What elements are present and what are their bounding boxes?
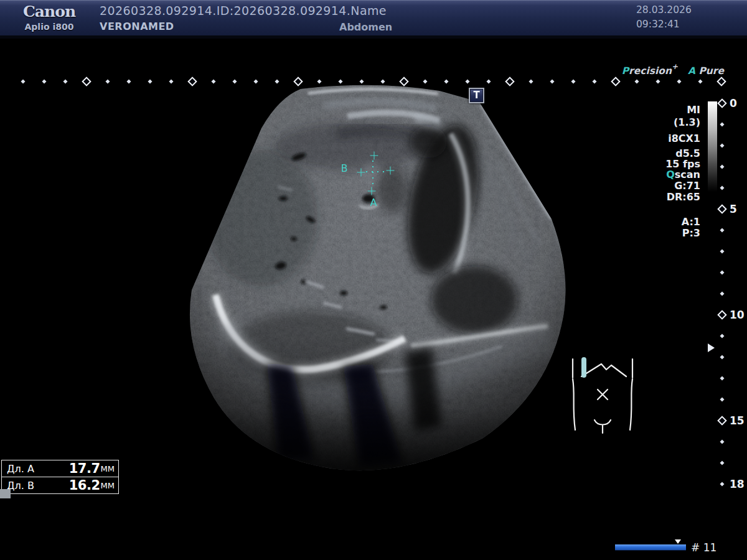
cine-scrollbar[interactable] xyxy=(615,544,686,550)
orientation-marker-icon: T xyxy=(469,88,484,103)
body-marker-left-side xyxy=(573,379,575,430)
cine-position-marker-icon xyxy=(675,539,681,544)
depth-label: 10 xyxy=(730,309,745,321)
body-marker-x xyxy=(598,390,608,399)
measurement-label: Дл. B xyxy=(7,480,69,492)
measurement-unit: ММ xyxy=(101,464,115,474)
caliper-b-end xyxy=(387,167,395,175)
mi-value: (1.3) xyxy=(674,116,700,128)
qscan-label: Qscan xyxy=(666,169,700,180)
caliper-a-label: A xyxy=(370,197,377,208)
apure-logo: A Pure xyxy=(688,65,724,77)
frame-counter: # 11 xyxy=(691,541,716,554)
aplanes-value: A:1 xyxy=(682,216,700,228)
ultrasound-screen: Canon Aplio i800 20260328.092914.ID:2026… xyxy=(0,0,747,560)
mi-label: MI xyxy=(687,104,700,116)
dynamic-range: DR:65 xyxy=(667,191,700,203)
measurement-row: Дл. A 17.7 ММ xyxy=(2,460,118,477)
body-marker-pelvis xyxy=(594,420,611,433)
depth-label: 15 xyxy=(730,414,745,427)
body-marker-right-side xyxy=(630,379,632,430)
body-marker xyxy=(562,350,643,441)
measurement-label: Дл. A xyxy=(7,463,69,475)
measurement-row: Дл. B 16.2 ММ xyxy=(2,477,118,493)
caliper-a-line xyxy=(372,161,374,187)
persistence-value: P:3 xyxy=(682,227,700,239)
caliper-a-start xyxy=(370,152,378,160)
corner-chip xyxy=(0,489,11,498)
measurement-results: Дл. A 17.7 ММ Дл. B 16.2 ММ xyxy=(1,460,119,494)
probe-position-icon xyxy=(581,357,586,378)
depth-label: 0 xyxy=(730,97,737,110)
depth-label: 18 xyxy=(730,478,745,490)
transducer-name: i8CX1 xyxy=(668,133,700,144)
caliper-a-end xyxy=(368,187,376,195)
measurement-value: 17.7 xyxy=(69,461,100,476)
gain-value: G:71 xyxy=(674,180,700,192)
measurement-value: 16.2 xyxy=(69,478,100,493)
measurement-unit: ММ xyxy=(101,481,115,490)
caliper-b-start xyxy=(357,169,365,177)
caliper-b-label: B xyxy=(341,162,348,174)
technology-logos: Precision+ A Pure xyxy=(622,65,724,77)
focus-marker-icon xyxy=(708,343,715,352)
precision-logo: Precision+ xyxy=(622,65,678,77)
caliper-b-line xyxy=(366,171,387,172)
body-marker-chest xyxy=(581,364,626,376)
depth-label: 5 xyxy=(730,203,737,215)
grayscale-bar xyxy=(708,101,717,192)
